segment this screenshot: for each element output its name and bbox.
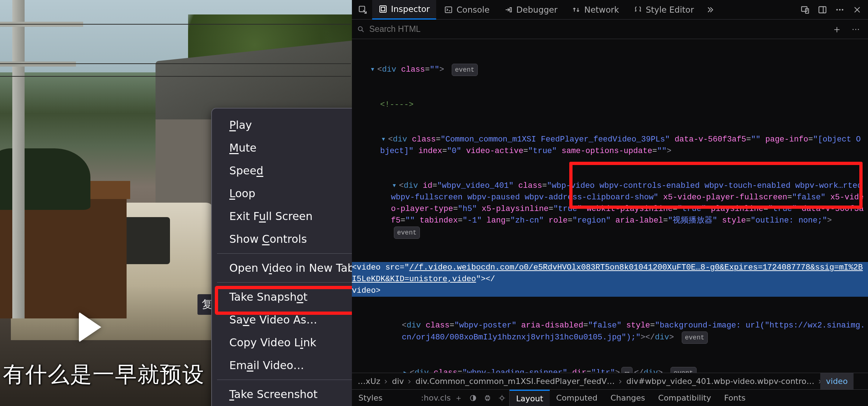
svg-rect-15 [486, 396, 489, 397]
html-search-bar: ＋ ⋯ [352, 20, 868, 39]
debugger-icon [504, 5, 513, 14]
breadcrumb-item[interactable]: …xUz [352, 373, 386, 389]
svg-point-10 [839, 9, 841, 10]
rules-panel-tabs: Styles :hov .cls ＋ Layout Computed Chang… [352, 389, 868, 406]
video-src-link[interactable]: //f.video.weibocdn.com/o0/e5RdvHVOlx083R… [352, 263, 863, 284]
search-overflow-button[interactable]: ⋯ [848, 25, 863, 34]
tab-fonts[interactable]: Fonts [718, 390, 752, 406]
meatball-menu-button[interactable] [832, 2, 848, 18]
tab-changes[interactable]: Changes [604, 390, 652, 406]
video-player-area[interactable]: 有什么是一早就预设 复 Play Mute Speed❯ Loop Exit F… [0, 0, 352, 406]
dom-node[interactable]: ▾<div class="Common_common_m1XSI FeedPla… [352, 134, 868, 157]
inspector-icon [379, 5, 387, 13]
ctx-copy-video-link[interactable]: Copy Video Link [212, 331, 352, 354]
tab-label: Network [584, 5, 619, 14]
add-node-button[interactable]: ＋ [830, 22, 844, 36]
play-button[interactable] [79, 312, 114, 347]
event-badge[interactable]: event [394, 227, 420, 239]
close-devtools-button[interactable] [849, 2, 865, 18]
tab-computed[interactable]: Computed [550, 390, 604, 406]
video-context-menu: Play Mute Speed❯ Loop Exit Full Screen S… [211, 108, 352, 406]
dom-breadcrumb[interactable]: …xUz div div.Common_common_m1XSI.FeedPla… [352, 373, 868, 389]
close-icon [853, 5, 861, 14]
ctx-take-screenshot[interactable]: Take Screenshot [212, 383, 352, 406]
ctx-save-video-as[interactable]: Save Video As… [212, 308, 352, 331]
contrast-button[interactable] [466, 394, 480, 402]
svg-rect-5 [801, 7, 807, 11]
print-sim-button[interactable] [480, 394, 495, 402]
dom-node[interactable]: ▾<div class=""> event [352, 64, 868, 76]
dom-node[interactable]: ▸<div class="wbpv-loading-spinner" dir="… [352, 367, 868, 373]
ctx-exit-fullscreen[interactable]: Exit Full Screen [212, 205, 352, 228]
breadcrumb-item[interactable]: div#wbpv_video_401.wbp-video.wbpv-contro… [621, 373, 820, 389]
play-icon [79, 312, 101, 342]
svg-rect-7 [819, 7, 826, 13]
tab-network[interactable]: Network [565, 0, 625, 20]
console-icon [444, 5, 453, 14]
tab-debugger[interactable]: Debugger [498, 0, 564, 20]
breadcrumb-item[interactable]: div [386, 373, 410, 389]
tab-console[interactable]: Console [438, 0, 496, 20]
svg-rect-14 [485, 397, 490, 399]
html-search-input[interactable] [369, 24, 825, 34]
search-icon [357, 25, 365, 33]
event-badge[interactable]: event [671, 367, 697, 373]
color-scheme-button[interactable] [495, 394, 509, 402]
tabs-overflow-button[interactable] [702, 2, 718, 18]
ctx-play[interactable]: Play [212, 114, 352, 136]
style-editor-icon [634, 5, 642, 14]
event-badge[interactable]: event [452, 64, 478, 76]
cls-toggle[interactable]: .cls [437, 393, 451, 402]
menu-separator [217, 253, 352, 254]
breadcrumb-item-active[interactable]: video [820, 373, 854, 389]
tab-style-editor[interactable]: Style Editor [627, 0, 701, 20]
styles-label: Styles [352, 393, 422, 402]
ctx-loop[interactable]: Loop [212, 182, 352, 205]
network-icon [572, 5, 580, 14]
ctx-open-new-tab[interactable]: Open Video in New Tab [212, 257, 352, 279]
tab-layout[interactable]: Layout [510, 390, 550, 406]
dock-icon [818, 5, 827, 14]
tab-compatibility[interactable]: Compatibility [652, 390, 718, 406]
devtools-toolbar: Inspector Console Debugger Network Style… [352, 0, 868, 20]
devtools-panel: Inspector Console Debugger Network Style… [352, 0, 868, 406]
event-badge[interactable]: event [682, 331, 708, 344]
tab-label: Debugger [516, 5, 558, 14]
meatball-icon [835, 5, 844, 14]
dom-node-selected[interactable]: <video src="//f.video.weibocdn.com/o0/e5… [352, 262, 868, 297]
responsive-mode-button[interactable] [797, 2, 813, 18]
dom-tree[interactable]: ▾<div class=""> event <!----> ▾<div clas… [352, 39, 868, 373]
svg-point-9 [836, 9, 838, 10]
tab-label: Inspector [391, 4, 430, 14]
dom-node[interactable]: ▾<div id="wbpv_video_401" class="wbp-vid… [352, 180, 868, 239]
menu-separator [217, 282, 352, 283]
ctx-email-video[interactable]: Email Video… [212, 354, 352, 377]
ctx-speed[interactable]: Speed❯ [212, 159, 352, 182]
svg-rect-4 [510, 8, 511, 12]
svg-point-17 [501, 396, 503, 399]
chevrons-right-icon [705, 5, 715, 14]
svg-rect-16 [486, 399, 489, 400]
tab-label: Console [456, 5, 489, 14]
svg-rect-3 [445, 7, 452, 13]
pick-element-button[interactable] [355, 2, 371, 18]
dock-side-button[interactable] [814, 2, 830, 18]
tab-inspector[interactable]: Inspector [372, 0, 436, 20]
ctx-mute[interactable]: Mute [212, 136, 352, 159]
add-rule-button[interactable]: ＋ [451, 393, 466, 403]
dom-node[interactable]: <!----> [352, 99, 868, 111]
tab-label: Style Editor [646, 5, 694, 14]
svg-point-11 [842, 9, 843, 10]
hov-toggle[interactable]: :hov [422, 393, 437, 402]
svg-rect-2 [381, 7, 385, 11]
ctx-show-controls[interactable]: Show Controls [212, 228, 352, 250]
svg-point-12 [358, 26, 362, 30]
dom-node[interactable]: <div class="wbpv-poster" aria-disabled="… [352, 320, 868, 344]
svg-rect-1 [380, 6, 386, 12]
video-subtitle: 有什么是一早就预设 [3, 360, 205, 389]
breadcrumb-item[interactable]: div.Common_common_m1XSI.FeedPlayer_feedV… [410, 373, 621, 389]
menu-separator [217, 380, 352, 380]
devices-icon [800, 5, 810, 14]
ctx-take-snapshot[interactable]: Take Snapshot [212, 286, 352, 308]
